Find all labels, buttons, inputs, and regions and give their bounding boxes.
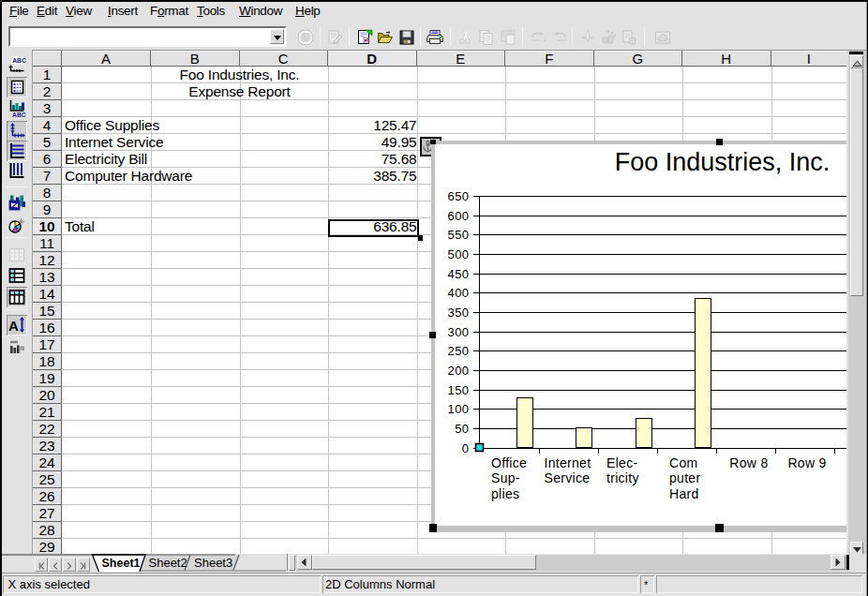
svg-text:650: 650 — [448, 189, 470, 203]
svg-text:Internet: Internet — [545, 454, 591, 469]
svg-text:600: 600 — [448, 209, 470, 223]
svg-text:200: 200 — [448, 364, 470, 378]
svg-text:puter: puter — [669, 470, 700, 485]
svg-text:100: 100 — [448, 402, 470, 416]
svg-text:tricity: tricity — [606, 470, 639, 485]
svg-text:Row 8: Row 8 — [729, 454, 768, 469]
svg-text:500: 500 — [448, 247, 470, 261]
svg-text:Elec-: Elec- — [606, 454, 637, 469]
svg-text:Sheet2: Sheet2 — [149, 556, 187, 570]
svg-text:550: 550 — [448, 228, 470, 242]
svg-text:450: 450 — [448, 267, 470, 281]
svg-text:400: 400 — [448, 286, 470, 300]
svg-text:ABC: ABC — [12, 57, 26, 64]
svg-text:Service: Service — [545, 470, 591, 485]
svg-text:150: 150 — [448, 382, 470, 396]
svg-text:plies: plies — [491, 485, 519, 500]
svg-text:Sheet3: Sheet3 — [194, 556, 232, 570]
svg-text:Com: Com — [669, 454, 697, 469]
svg-text:Foo Industries, Inc.: Foo Industries, Inc. — [615, 148, 831, 176]
svg-text:Office: Office — [491, 454, 527, 469]
svg-text:A: A — [8, 318, 19, 334]
svg-text:Hard: Hard — [669, 485, 699, 500]
svg-text:Sheet1: Sheet1 — [102, 557, 141, 570]
svg-text:ABC: ABC — [12, 112, 26, 118]
svg-text:250: 250 — [448, 344, 470, 358]
svg-text:Sup-: Sup- — [491, 470, 520, 485]
svg-text:350: 350 — [448, 305, 470, 320]
svg-text:300: 300 — [448, 325, 470, 339]
svg-text:Row 9: Row 9 — [787, 454, 826, 469]
svg-text:50: 50 — [455, 422, 469, 436]
svg-text:0: 0 — [462, 440, 470, 454]
